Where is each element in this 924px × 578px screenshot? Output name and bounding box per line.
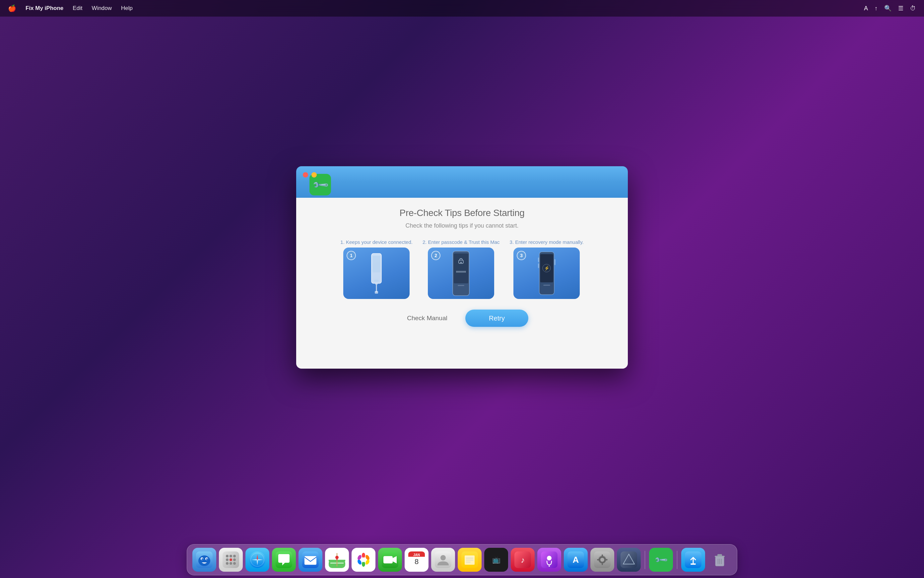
svg-point-42 xyxy=(233,562,236,565)
dock-item-mail[interactable] xyxy=(298,548,323,572)
contacts-icon xyxy=(435,552,451,568)
fixmyiphone-icon: 🔧 xyxy=(653,552,669,568)
dock-separator-2 xyxy=(677,551,677,569)
dock-item-music[interactable]: ♪ xyxy=(511,548,535,572)
step-3-image: 3 ⚡ xyxy=(514,248,580,299)
svg-point-9 xyxy=(460,262,462,263)
dock-item-podcasts[interactable] xyxy=(537,548,561,572)
step-1-label: 1. Keeps your device connected. xyxy=(340,239,413,245)
apple-menu[interactable]: 🍎 xyxy=(8,4,16,12)
maps-icon xyxy=(329,552,345,568)
svg-point-69 xyxy=(441,555,446,560)
calendar-icon: JAN 8 xyxy=(408,552,425,568)
step-3-badge: 3 xyxy=(517,251,526,260)
phone-connected-svg xyxy=(365,252,388,295)
dock-item-messages[interactable] xyxy=(272,548,296,572)
airdrop-icon xyxy=(685,552,702,568)
svg-point-32 xyxy=(206,559,208,560)
menubar-left: 🍎 Fix My iPhone Edit Window Help xyxy=(8,4,133,12)
dock-item-facetime[interactable] xyxy=(378,548,402,572)
dock-item-finder[interactable] xyxy=(192,548,216,572)
menu-edit[interactable]: Edit xyxy=(73,5,82,11)
svg-rect-89 xyxy=(597,559,599,560)
svg-point-59 xyxy=(361,557,366,562)
check-manual-button[interactable]: Check Manual xyxy=(396,310,459,327)
svg-point-37 xyxy=(226,559,229,561)
svg-rect-21 xyxy=(538,258,539,262)
svg-point-10 xyxy=(456,271,458,273)
svg-point-13 xyxy=(462,271,464,273)
svg-rect-96 xyxy=(691,563,696,565)
svg-text:JAN: JAN xyxy=(413,553,420,557)
svg-rect-47 xyxy=(305,556,316,565)
step-1: 1. Keeps your device connected. 1 xyxy=(340,239,413,299)
pre-check-title: Pre-Check Tips Before Starting xyxy=(400,208,525,218)
svg-text:♪: ♪ xyxy=(521,555,525,564)
dock-item-launchpad[interactable] xyxy=(219,548,243,572)
svg-rect-5 xyxy=(375,291,378,294)
menu-help[interactable]: Help xyxy=(121,5,133,11)
menu-window[interactable]: Window xyxy=(92,5,112,11)
svg-rect-23 xyxy=(543,285,550,286)
svg-point-36 xyxy=(233,555,236,557)
svg-rect-7 xyxy=(454,253,468,283)
airdrop-status-icon: ↑ xyxy=(875,5,877,12)
app-window: 🔧 Pre-Check Tips Before Starting Check t… xyxy=(296,166,628,369)
menu-app-name[interactable]: Fix My iPhone xyxy=(26,5,63,11)
svg-text:📺: 📺 xyxy=(492,556,501,564)
step-3-label: 3. Enter recovery mode manually. xyxy=(510,239,584,245)
dock-item-contacts[interactable] xyxy=(431,548,455,572)
control-center-icon[interactable]: ☰ xyxy=(898,5,903,12)
keyboard-icon: A xyxy=(864,5,868,12)
svg-point-28 xyxy=(198,555,210,566)
svg-rect-99 xyxy=(717,554,722,556)
svg-point-81 xyxy=(549,565,550,567)
trash-icon xyxy=(712,552,728,568)
svg-point-40 xyxy=(226,562,229,565)
dock-item-photos[interactable] xyxy=(352,548,375,572)
tv-icon: 📺 xyxy=(488,552,504,568)
finder-icon xyxy=(196,552,212,568)
svg-point-56 xyxy=(362,562,365,567)
dock-item-notes[interactable] xyxy=(458,548,481,572)
svg-point-53 xyxy=(362,553,365,558)
steps-container: 1. Keeps your device connected. 1 xyxy=(340,239,584,299)
window-content: Pre-Check Tips Before Starting Check the… xyxy=(296,198,628,369)
svg-rect-88 xyxy=(601,563,603,565)
menubar: 🍎 Fix My iPhone Edit Window Help A ↑ 🔍 ☰… xyxy=(0,0,924,16)
svg-point-11 xyxy=(458,271,460,273)
search-icon[interactable]: 🔍 xyxy=(884,5,892,12)
minimize-button[interactable] xyxy=(311,172,317,177)
dock-item-appstore[interactable]: A xyxy=(564,548,588,572)
dock-item-tv[interactable]: 📺 xyxy=(484,548,508,572)
dock-item-fixmyiphone[interactable]: 🔧 xyxy=(649,548,673,572)
podcasts-icon xyxy=(541,552,558,568)
svg-point-39 xyxy=(233,559,236,561)
close-button[interactable] xyxy=(303,172,308,177)
wrench-icon: 🔧 xyxy=(311,175,329,194)
traffic-lights xyxy=(303,172,317,177)
dock-item-safari[interactable] xyxy=(245,548,269,572)
facetime-icon xyxy=(382,552,398,568)
dock-item-airdrop[interactable] xyxy=(681,548,705,572)
svg-rect-87 xyxy=(601,554,603,557)
svg-rect-20 xyxy=(554,259,556,265)
svg-rect-1 xyxy=(373,256,380,273)
desktop: 🔧 Pre-Check Tips Before Starting Check t… xyxy=(0,16,924,531)
phone-recovery-svg: ⚡ xyxy=(534,251,559,295)
step-1-badge: 1 xyxy=(347,251,356,260)
svg-point-41 xyxy=(230,562,232,565)
dock-item-trash[interactable] xyxy=(708,548,732,572)
safari-icon xyxy=(249,552,266,568)
dock-item-apple3[interactable] xyxy=(617,548,641,572)
mail-icon xyxy=(302,552,319,568)
svg-rect-2 xyxy=(374,280,379,282)
retry-button[interactable]: Retry xyxy=(465,310,528,327)
dock-item-systemprefs[interactable] xyxy=(590,548,614,572)
svg-point-38 xyxy=(230,559,232,561)
svg-point-12 xyxy=(460,271,462,273)
step-2-badge: 2 xyxy=(431,251,441,260)
dock-item-calendar[interactable]: JAN 8 xyxy=(405,548,428,572)
window-titlebar: 🔧 xyxy=(296,166,628,198)
dock-item-maps[interactable] xyxy=(325,548,349,572)
